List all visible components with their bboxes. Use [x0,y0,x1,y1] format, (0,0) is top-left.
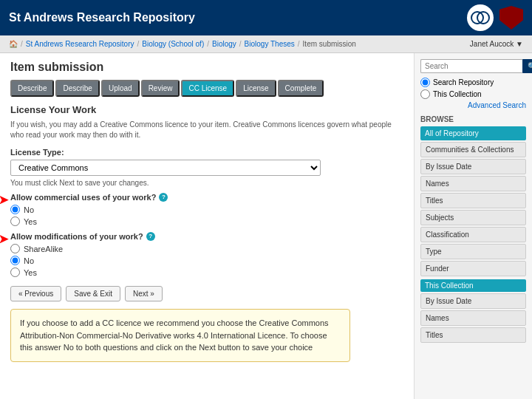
search-collection-radio[interactable] [420,89,430,99]
step-tabs: DescribeDescribeUploadReviewCC LicenseLi… [10,80,403,97]
arrow-indicator-2: ➤ [0,232,8,246]
modifications-label: Allow modifications of your work? ? [10,232,403,241]
modifications-yes-option: Yes [10,267,403,277]
commercial-yes-radio[interactable] [10,216,20,226]
browse-btn-titles[interactable]: Titles [420,193,526,208]
university-logo [499,6,523,30]
modifications-no-option: No [10,256,403,265]
modifications-sharealike-option: ShareAlike [10,244,403,253]
search-repository-option: Search Repository [420,78,526,87]
collection-btn-names[interactable]: Names [420,310,526,326]
commercial-uses-group: ➤ Allow commercial uses of your work? ? … [10,193,403,226]
browse-btn-subjects[interactable]: Subjects [420,210,526,225]
content-area: Item submission DescribeDescribeUploadRe… [0,53,414,399]
modifications-help-icon[interactable]: ? [146,232,155,241]
search-input[interactable] [420,59,522,73]
tooltip-text: If you choose to add a CC licence we rec… [20,318,329,352]
header: St Andrews Research Repository [0,0,532,35]
browse-btn-type[interactable]: Type [420,244,526,259]
commercial-no-option: No [10,205,403,214]
bottom-buttons: « Previous Save & Exit Next » [10,286,403,301]
license-type-select[interactable]: Creative CommonsNoneCustom [10,160,321,176]
browse-btn-communities-&-collections[interactable]: Communities & Collections [420,142,526,157]
modifications-no-radio[interactable] [10,256,20,265]
this-collection-header: This Collection [420,279,526,292]
modifications-group: ➤ Allow modifications of your work? ? Sh… [10,232,403,277]
step-tab-2[interactable]: Upload [101,80,140,97]
license-type-label: License Type: [10,148,403,157]
step-tab-5[interactable]: License [236,80,276,97]
breadcrumb-bar: 🏠 / St Andrews Research Repository / Bio… [0,35,532,53]
next-button[interactable]: Next » [125,286,163,301]
browse-buttons: All of RepositoryCommunities & Collectio… [420,126,526,276]
site-title: St Andrews Research Repository [9,11,195,24]
browse-btn-names[interactable]: Names [420,176,526,191]
logos [467,4,523,31]
main-layout: Item submission DescribeDescribeUploadRe… [0,53,532,399]
collection-buttons: By Issue DateNamesTitles [420,293,526,343]
license-type-group: License Type: Creative CommonsNoneCustom… [10,148,403,187]
user-menu[interactable]: Janet Aucock ▼ [470,40,523,48]
breadcrumb-item-5: Item submission [303,40,356,48]
breadcrumb-item-4[interactable]: Biology Theses [245,40,295,48]
step-tab-4[interactable]: CC License [181,80,234,97]
section-description: If you wish, you may add a Creative Comm… [10,120,403,140]
browse-btn-all-of-repository[interactable]: All of Repository [420,126,526,140]
search-collection-option: This Collection [420,89,526,99]
breadcrumb-item-3[interactable]: Biology [212,40,236,48]
browse-section-label: BROWSE [420,115,526,123]
commercial-uses-label: Allow commercial uses of your work? ? [10,193,403,202]
library-logo [467,4,494,31]
sidebar: 🔍 Search Repository This Collection Adva… [414,53,532,399]
step-tab-1[interactable]: Describe [55,80,99,97]
modifications-yes-radio[interactable] [10,267,20,277]
step-tab-6[interactable]: Complete [278,80,324,97]
breadcrumb: 🏠 / St Andrews Research Repository / Bio… [9,40,356,48]
tooltip-box: If you choose to add a CC licence we rec… [10,309,350,362]
page-title: Item submission [10,61,403,74]
arrow-indicator-1: ➤ [0,193,8,207]
breadcrumb-item-2[interactable]: Biology (School of) [142,40,204,48]
step-tab-3[interactable]: Review [141,80,180,97]
save-exit-button[interactable]: Save & Exit [66,286,120,301]
modifications-sharealike-radio[interactable] [10,244,20,253]
browse-btn-funder[interactable]: Funder [420,261,526,276]
search-box: 🔍 [420,59,526,73]
hint-text: You must click Next to save your changes… [10,179,403,187]
search-button[interactable]: 🔍 [522,59,532,73]
search-repository-radio[interactable] [420,78,430,87]
previous-button[interactable]: « Previous [10,286,61,301]
commercial-no-radio[interactable] [10,205,20,214]
collection-btn-titles[interactable]: Titles [420,327,526,343]
browse-btn-classification[interactable]: Classification [420,227,526,242]
breadcrumb-home-icon: 🏠 [9,40,18,48]
browse-btn-by-issue-date[interactable]: By Issue Date [420,159,526,174]
commercial-help-icon[interactable]: ? [159,193,168,202]
commercial-yes-option: Yes [10,216,403,226]
section-heading: License Your Work [10,104,403,115]
step-tab-0[interactable]: Describe [10,80,54,97]
breadcrumb-item-1[interactable]: St Andrews Research Repository [26,40,134,48]
collection-btn-by-issue-date[interactable]: By Issue Date [420,293,526,309]
advanced-search-link[interactable]: Advanced Search [420,101,526,109]
